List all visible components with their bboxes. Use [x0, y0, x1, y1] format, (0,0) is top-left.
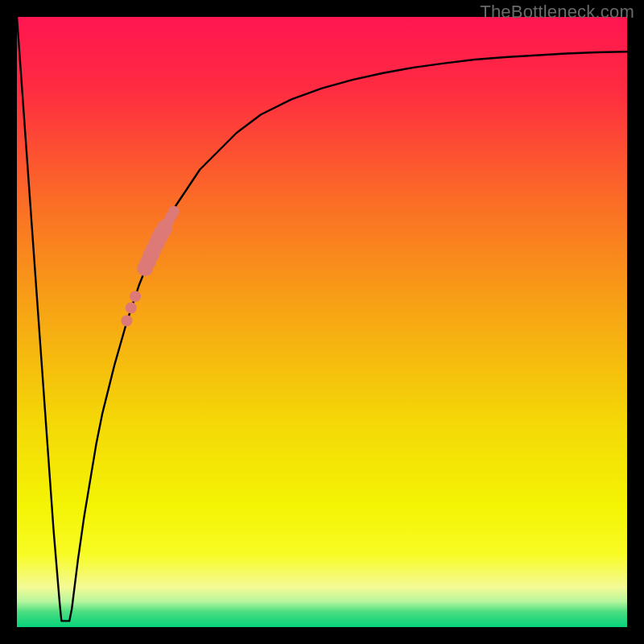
bottleneck-chart — [0, 0, 644, 644]
marker-dot — [126, 303, 137, 314]
watermark-text: TheBottleneck.com — [480, 2, 634, 23]
plot-background — [17, 17, 627, 627]
marker-dot — [121, 315, 132, 326]
marker-dot — [168, 206, 180, 217]
chart-stage: { "watermark": "TheBottleneck.com", "col… — [0, 0, 644, 644]
marker-dot — [130, 291, 141, 302]
